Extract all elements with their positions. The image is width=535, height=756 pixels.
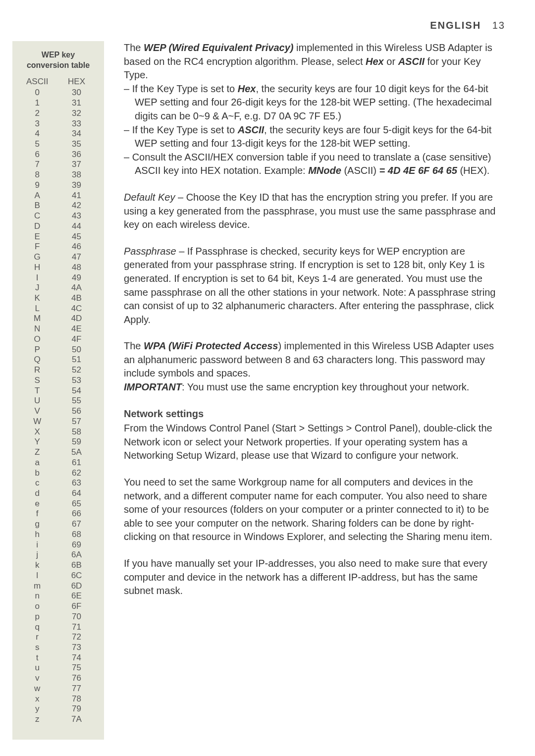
table-cell-hex: 58 [68, 427, 85, 437]
table-cell-hex: 7A [68, 714, 85, 725]
table-cell-ascii: j [26, 550, 48, 560]
table-cell-hex: 43 [68, 211, 85, 221]
table-cell-ascii: C [26, 211, 48, 221]
table-cell-hex: 4A [68, 283, 85, 293]
table-cell-ascii: v [26, 673, 48, 684]
table-cell-hex: 6D [68, 581, 85, 592]
hex-column: HEX 303132333435363738394142434445464748… [68, 77, 85, 725]
table-cell-hex: 4F [68, 334, 85, 345]
table-cell-hex: 79 [68, 704, 85, 714]
list-item-hex: – If the Key Type is set to Hex, the sec… [124, 82, 505, 123]
table-cell-hex: 72 [68, 632, 85, 643]
table-cell-hex: 4B [68, 293, 85, 304]
list-item-ascii: – If the Key Type is set to ASCII, the s… [124, 123, 505, 151]
table-cell-ascii: w [26, 684, 48, 694]
table-cell-ascii: O [26, 334, 48, 345]
important-term: IMPORTANT [124, 381, 182, 392]
table-cell-ascii: E [26, 232, 48, 242]
table-cell-hex: 65 [68, 499, 85, 509]
table-cell-hex: 45 [68, 232, 85, 242]
table-cell-hex: 62 [68, 468, 85, 479]
table-cell-ascii: 5 [26, 139, 48, 150]
table-cell-hex: 50 [68, 345, 85, 355]
table-cell-ascii: a [26, 458, 48, 468]
table-cell-ascii: 9 [26, 180, 48, 191]
table-cell-ascii: l [26, 571, 48, 581]
table-cell-hex: 57 [68, 417, 85, 427]
table-cell-hex: 6A [68, 550, 85, 560]
table-cell-ascii: q [26, 622, 48, 633]
page-header: ENGLISH 13 [0, 0, 535, 41]
table-cell-ascii: 1 [26, 98, 48, 108]
table-cell-ascii: 3 [26, 119, 48, 129]
table-cell-hex: 71 [68, 622, 85, 633]
table-cell-ascii: u [26, 663, 48, 673]
table-cell-ascii: Y [26, 437, 48, 447]
table-cell-hex: 61 [68, 458, 85, 468]
table-cell-ascii: h [26, 530, 48, 540]
table-cell-hex: 73 [68, 643, 85, 653]
table-cell-ascii: G [26, 252, 48, 263]
table-cell-hex: 74 [68, 653, 85, 663]
wpa-para: The WPA (WiFi Protected Access) implemen… [124, 339, 505, 380]
passphrase-para: Passphrase – If Passphrase is checked, s… [124, 245, 505, 327]
table-cell-ascii: Q [26, 355, 48, 365]
table-cell-hex: 49 [68, 273, 85, 283]
table-cell-ascii: U [26, 396, 48, 406]
table-cell-ascii: X [26, 427, 48, 437]
table-cell-ascii: x [26, 694, 48, 704]
table-cell-ascii: s [26, 643, 48, 653]
table-cell-hex: 5A [68, 447, 85, 458]
table-cell-ascii: F [26, 242, 48, 252]
table-cell-ascii: L [26, 304, 48, 314]
table-cell-hex: 46 [68, 242, 85, 252]
table-cell-ascii: k [26, 560, 48, 571]
table-cell-ascii: P [26, 345, 48, 355]
ascii-column: ASCII 0123456789ABCDEFGHIJKLMNOPQRSTUVWX… [26, 77, 48, 725]
table-cell-hex: 36 [68, 150, 85, 160]
sidebar-title-line2: conversion table [27, 61, 90, 69]
table-cell-ascii: r [26, 632, 48, 643]
table-cell-ascii: V [26, 406, 48, 417]
table-cell-hex: 48 [68, 263, 85, 273]
table-cell-hex: 68 [68, 530, 85, 540]
network-settings-para3: If you have manually set your IP-address… [124, 557, 505, 598]
wpa-term: WPA (WiFi Protected Access [144, 340, 278, 351]
ascii-col-head: ASCII [26, 77, 48, 87]
network-settings-heading: Network settings [124, 407, 505, 421]
table-cell-hex: 30 [68, 88, 85, 98]
table-cell-ascii: i [26, 540, 48, 550]
table-cell-ascii: 7 [26, 160, 48, 170]
table-cell-ascii: K [26, 293, 48, 304]
table-cell-ascii: T [26, 386, 48, 396]
table-cell-hex: 6F [68, 601, 85, 612]
table-cell-hex: 67 [68, 519, 85, 530]
ascii-term: ASCII [398, 56, 425, 67]
list-item-consult: – Consult the ASCII/HEX conversion table… [124, 151, 505, 178]
wep-term: WEP (Wired Equivalent Privacy) [144, 42, 294, 53]
table-cell-hex: 56 [68, 406, 85, 417]
sidebar-title: WEP key conversion table [19, 50, 97, 71]
important-para: IMPORTANT: You must use the same encrypt… [124, 380, 505, 394]
table-cell-ascii: e [26, 499, 48, 509]
table-cell-ascii: z [26, 714, 48, 725]
table-cell-ascii: c [26, 478, 48, 488]
table-cell-ascii: M [26, 314, 48, 324]
table-cell-hex: 6B [68, 560, 85, 571]
table-cell-hex: 69 [68, 540, 85, 550]
table-cell-hex: 75 [68, 663, 85, 673]
table-cell-hex: 41 [68, 191, 85, 201]
table-cell-hex: 55 [68, 396, 85, 406]
table-cell-ascii: 4 [26, 129, 48, 139]
table-cell-ascii: y [26, 704, 48, 714]
table-cell-hex: 59 [68, 437, 85, 447]
table-cell-hex: 34 [68, 129, 85, 139]
wep-intro-para: The WEP (Wired Equivalent Privacy) imple… [124, 41, 505, 82]
table-cell-ascii: g [26, 519, 48, 530]
table-cell-hex: 32 [68, 108, 85, 119]
table-cell-hex: 38 [68, 170, 85, 180]
table-cell-hex: 70 [68, 612, 85, 622]
table-cell-ascii: b [26, 468, 48, 479]
table-cell-hex: 31 [68, 98, 85, 108]
table-cell-ascii: d [26, 488, 48, 499]
